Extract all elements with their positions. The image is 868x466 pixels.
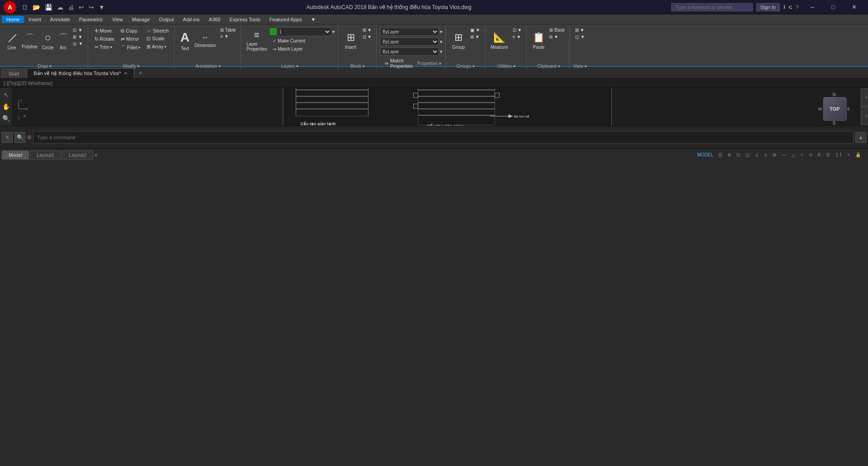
- pan-tool[interactable]: ✋: [1, 101, 12, 112]
- scale-btn[interactable]: ⊡ Scale: [144, 35, 171, 42]
- block-extra-2[interactable]: ⊡ ▼: [361, 34, 374, 40]
- menu-parametric[interactable]: Parametric: [75, 16, 108, 23]
- anno-extra[interactable]: ≡ ▼: [218, 33, 238, 39]
- insert-btn[interactable]: ⊞ Insert: [342, 27, 360, 54]
- status-trans[interactable]: △: [790, 152, 797, 157]
- tab-main-drawing[interactable]: Bản vẽ hệ thống điều hòa Toyota Vios* ✕: [27, 68, 134, 78]
- menu-addins[interactable]: Add-ins: [179, 16, 204, 23]
- close-btn[interactable]: ✕: [844, 0, 864, 14]
- clipboard-label[interactable]: Clipboard ▾: [537, 63, 560, 70]
- nav-cube-face[interactable]: TOP: [823, 97, 846, 121]
- properties-label[interactable]: Properties ▾: [417, 60, 441, 67]
- utilities-extra-2[interactable]: ≡ ▼: [511, 34, 524, 40]
- menu-express[interactable]: Express Tools: [225, 16, 265, 23]
- undo-btn[interactable]: ↩: [77, 3, 86, 12]
- groups-extra-2[interactable]: ⊞ ▼: [468, 34, 482, 40]
- status-sel[interactable]: ≈: [799, 152, 805, 157]
- saveas-btn[interactable]: ☁: [55, 3, 65, 12]
- status-snap[interactable]: ⊕: [726, 152, 733, 157]
- menu-view[interactable]: View: [108, 16, 127, 23]
- block-extra-1[interactable]: ⊞ ▼: [361, 27, 374, 33]
- cmd-clear-btn[interactable]: ✕: [2, 132, 13, 143]
- groups-label[interactable]: Groups ▾: [457, 63, 475, 70]
- add-layout-btn[interactable]: +: [94, 151, 98, 159]
- status-ducs[interactable]: ⊞: [771, 152, 778, 157]
- menu-a360[interactable]: A360: [204, 16, 225, 23]
- group-btn[interactable]: ⊞ Group: [449, 27, 467, 54]
- annotation-label[interactable]: Annotation ▾: [195, 63, 221, 70]
- minimize-btn[interactable]: ─: [802, 0, 823, 14]
- lineweight-select[interactable]: ByLayer: [380, 47, 439, 56]
- text-btn[interactable]: A Text: [178, 27, 192, 54]
- side-panel-btn-2[interactable]: ≡: [861, 107, 868, 125]
- maximize-btn[interactable]: □: [823, 0, 844, 14]
- make-current-btn[interactable]: ✓ Make Current: [270, 38, 335, 44]
- draw-extra-3[interactable]: ◎ ▼: [71, 41, 85, 47]
- status-lock[interactable]: 🔒: [854, 152, 863, 157]
- arc-btn[interactable]: ⌒ Arc: [57, 27, 70, 54]
- utilities-label[interactable]: Utilities ▾: [497, 63, 515, 70]
- status-polar[interactable]: ◫: [744, 152, 751, 157]
- match-layer-btn[interactable]: ⇒ Match Layer: [270, 46, 335, 52]
- cmd-expand-btn[interactable]: ▲: [855, 132, 866, 143]
- qa-dropdown[interactable]: ▼: [97, 3, 107, 12]
- paste-btn[interactable]: 📋 Paste: [530, 27, 547, 54]
- prop-dropdown-arrow-1[interactable]: ▾: [440, 29, 443, 35]
- prop-dropdown-arrow-2[interactable]: ▾: [440, 39, 443, 45]
- dimension-btn[interactable]: ↔ Dimension: [193, 27, 217, 54]
- info-icon[interactable]: ℹ: [783, 4, 785, 10]
- line-btn[interactable]: — Line: [5, 27, 19, 54]
- layer-dropdown-arrow[interactable]: ▾: [332, 29, 335, 35]
- command-input[interactable]: [33, 131, 854, 144]
- match-properties-btn[interactable]: ⇒ MatchProperties: [382, 57, 415, 70]
- layers-label[interactable]: Layers ▾: [281, 63, 298, 70]
- groups-extra-1[interactable]: ▣ ▼: [468, 27, 482, 33]
- zoom-tool[interactable]: 🔍: [1, 113, 12, 124]
- color-select[interactable]: ByLayer: [380, 28, 439, 36]
- open-btn[interactable]: 📂: [31, 3, 42, 12]
- menu-manage[interactable]: Manage: [127, 16, 155, 23]
- mirror-btn[interactable]: ⇌ Mirror: [118, 35, 143, 43]
- status-plus[interactable]: +: [845, 152, 852, 157]
- layout-tab-model[interactable]: Model: [2, 151, 29, 160]
- keyword-search[interactable]: [671, 3, 753, 11]
- view-label[interactable]: View ▾: [573, 63, 586, 70]
- add-tab-btn[interactable]: +: [135, 67, 146, 78]
- move-btn[interactable]: ✛ Move: [92, 27, 117, 35]
- print-btn[interactable]: 🖨: [66, 3, 76, 12]
- view-extra-1[interactable]: ⊞ ▼: [573, 27, 587, 33]
- status-isnap[interactable]: ∠: [753, 152, 761, 157]
- status-otrack[interactable]: ≡: [763, 152, 769, 157]
- cmd-search-btn[interactable]: 🔍: [14, 132, 25, 143]
- new-btn[interactable]: 🗋: [20, 3, 30, 12]
- menu-featured[interactable]: Featured Apps: [265, 16, 307, 23]
- fillet-btn[interactable]: ⌒ Fillet ▾: [118, 43, 143, 52]
- select-tool[interactable]: ↖: [1, 89, 12, 100]
- block-label[interactable]: Block ▾: [350, 63, 365, 70]
- status-ortho[interactable]: ⊡: [735, 152, 742, 157]
- menu-more[interactable]: ▼: [306, 16, 320, 23]
- viewport[interactable]: Y Y X ✕: [13, 88, 868, 126]
- copy-btn[interactable]: ⧉ Copy: [118, 27, 143, 35]
- share-icon[interactable]: ⑆: [789, 5, 792, 10]
- measure-btn[interactable]: 📐 Measure: [489, 27, 510, 54]
- help-icon[interactable]: ?: [796, 5, 798, 10]
- clipboard-extra-1[interactable]: ⧉ ▼: [547, 34, 566, 40]
- menu-output[interactable]: Output: [155, 16, 179, 23]
- app-icon[interactable]: A: [4, 1, 16, 14]
- menu-home[interactable]: Home: [2, 16, 24, 23]
- base-btn[interactable]: ⊞ Base: [547, 27, 566, 33]
- draw-extra-2[interactable]: ⊞ ▼: [71, 34, 85, 40]
- draw-extra-1[interactable]: ⊡ ▼: [71, 27, 85, 33]
- view-extra-2[interactable]: ◫ ▼: [573, 34, 587, 40]
- linetype-select[interactable]: ByLayer: [380, 38, 439, 46]
- stretch-btn[interactable]: ↔ Stretch: [144, 27, 171, 34]
- array-btn[interactable]: ⊞ Array ▾: [144, 43, 171, 51]
- rotate-btn[interactable]: ↻ Rotate: [92, 35, 117, 43]
- signin-btn[interactable]: Sign In: [756, 3, 780, 11]
- status-lw[interactable]: —: [780, 152, 788, 157]
- status-ui[interactable]: ☰: [824, 152, 832, 157]
- layout-tab-layout2[interactable]: Layout2: [62, 151, 93, 160]
- polyline-btn[interactable]: ⌒ Polyline: [20, 27, 39, 54]
- utilities-extra-1[interactable]: ⊡ ▼: [511, 27, 524, 33]
